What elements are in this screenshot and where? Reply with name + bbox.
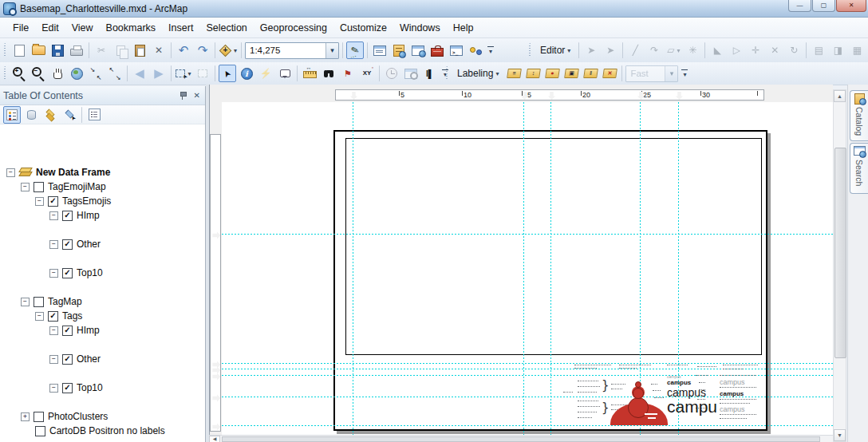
snapping-button[interactable]: ✳ [684,41,701,59]
toc-tree-row[interactable]: + PhotoClusters [21,410,108,423]
expander-toggle[interactable]: − [49,384,58,393]
clear-selection-button[interactable] [194,65,211,82]
toc-tree-row[interactable]: − ✓ HImp [49,209,100,222]
pause-labeling-button[interactable]: ‖ [582,65,599,82]
move-button[interactable]: ✛ [747,41,764,59]
expander-toggle[interactable]: − [35,197,44,206]
expander-toggle[interactable]: − [49,355,58,364]
expander-toggle[interactable]: − [35,312,44,321]
zoom-in-button[interactable] [10,65,28,82]
copy-button[interactable] [112,41,129,59]
layer-checkbox[interactable]: ✓ [62,268,73,278]
select-features-button[interactable] [175,65,192,82]
cut-button[interactable]: ✂ [93,41,110,59]
toc-window-button[interactable] [371,41,389,59]
close-button[interactable]: ✕ [836,0,866,12]
endpoint-arc-button[interactable]: ↷ [645,41,663,59]
label-speed-combo[interactable]: Fast [625,65,678,82]
fixed-zoom-in-button[interactable] [87,65,105,82]
data-frame-border[interactable] [345,138,762,355]
pin-icon[interactable] [180,91,186,100]
menu-item[interactable]: Customize [333,20,393,36]
delete-button[interactable]: ✕ [150,41,168,59]
layer-checkbox[interactable] [34,412,44,422]
expander-toggle[interactable]: + [21,412,30,421]
back-extent-button[interactable]: ◀ [131,65,148,82]
guide-anchor[interactable] [213,373,221,381]
toc-tree-row[interactable]: − ✓ Tags [35,310,82,322]
expander-toggle[interactable]: − [6,168,15,177]
vertical-scrollbar[interactable]: ▲ ▼ [833,89,846,442]
expander-toggle[interactable]: − [49,326,58,335]
menu-item[interactable]: View [65,20,100,36]
menu-item[interactable]: Geoprocessing [254,20,333,36]
add-data-button[interactable] [219,41,238,59]
horizontal-scrollbar[interactable]: ◀ [209,435,833,442]
rotate-button[interactable]: ↻ [785,41,803,59]
close-icon[interactable]: ✕ [192,91,202,100]
label-priority-button[interactable]: ↕ [524,65,542,82]
map-scale-combo[interactable]: 1:4,275 [245,42,339,59]
layer-checkbox[interactable] [34,182,44,192]
list-by-visibility-button[interactable] [41,106,59,124]
label-weight-button[interactable]: ● [543,65,561,82]
cut-polygons-button[interactable]: ◣ [708,41,726,59]
open-button[interactable] [30,41,47,59]
search-window-button[interactable] [409,41,427,59]
menu-item[interactable]: Selection [199,20,253,36]
viewer-window-button[interactable] [402,65,420,82]
arctoolbox-button[interactable] [428,41,446,59]
toc-tree-row[interactable]: − ✓ HImp [49,324,100,337]
expander-toggle[interactable]: − [49,240,58,249]
expander-toggle[interactable]: − [21,183,30,191]
redo-button[interactable]: ↷ [194,41,211,59]
edit-annotation-tool-button[interactable]: ➤ [602,41,619,59]
minimize-button[interactable]: — [788,0,811,12]
toolbar-overflow[interactable]: ▾ [486,41,495,59]
side-tab[interactable]: Search [850,143,868,194]
layer-checkbox[interactable]: ✓ [62,211,73,221]
guide-anchor[interactable] [548,92,555,100]
menu-item[interactable]: Insert [162,20,199,36]
toc-options-button[interactable] [85,106,103,124]
toc-tree-row[interactable]: CartoDB Positron no labels [35,424,165,437]
layer-checkbox[interactable]: ✓ [62,239,73,250]
save-button[interactable] [49,41,66,59]
find-button[interactable] [320,65,337,82]
menu-item[interactable]: Bookmarks [100,20,163,36]
sketch-properties-button[interactable]: ◨ [829,41,846,59]
layer-checkbox[interactable] [34,297,44,307]
list-by-selection-button[interactable] [61,106,78,124]
toolbar-overflow[interactable]: ▾ [680,65,689,82]
horizontal-scroll-thumb[interactable] [222,436,820,442]
reshape-feature-button[interactable]: ▷ [728,41,745,59]
expander-toggle[interactable]: − [49,269,58,278]
hyperlink-button[interactable]: ⚡ [257,65,274,82]
menu-item[interactable]: Windows [393,20,447,36]
undo-button[interactable]: ↶ [175,41,192,59]
go-to-xy-button[interactable]: XY [358,65,376,82]
vertical-scroll-thumb[interactable] [834,148,846,358]
new-map-button[interactable] [10,41,28,59]
select-elements-button[interactable]: ➤ [219,65,236,82]
menu-item[interactable]: Help [447,20,480,36]
scroll-up-button[interactable]: ▲ [834,90,846,102]
full-extent-button[interactable] [68,65,85,82]
toc-tree-row[interactable]: − TagEmojiMap [21,180,106,193]
straight-segment-button[interactable]: ╱ [626,41,644,59]
attributes-button[interactable]: ▤ [810,41,827,59]
pan-button[interactable] [49,65,66,82]
paste-button[interactable] [131,41,148,59]
catalog-window-button[interactable] [390,41,408,59]
list-by-source-button[interactable] [22,106,40,124]
toc-tree-row[interactable]: − ✓ Other [49,353,101,365]
layer-checkbox[interactable]: ✓ [48,196,58,207]
zoom-out-button[interactable] [30,65,47,82]
create-features-button[interactable]: ▦ [848,41,866,59]
guide-anchor[interactable] [213,361,221,369]
stop-labeling-button[interactable]: ✕ [601,65,618,82]
toc-tree-row[interactable]: − New Data Frame [6,166,110,179]
forward-extent-button[interactable]: ▶ [150,65,168,82]
side-tab[interactable]: Catalog [850,90,868,141]
lock-labels-button[interactable]: ▣ [562,65,580,82]
